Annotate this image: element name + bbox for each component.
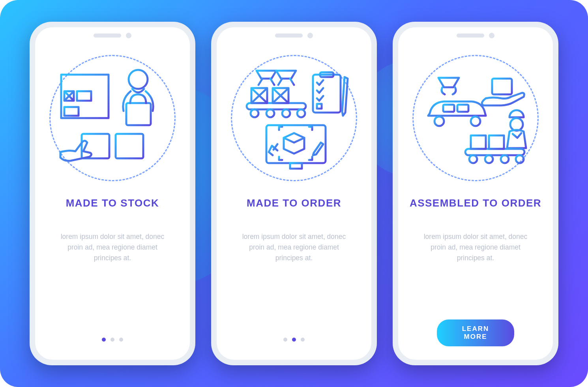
onboarding-body: lorem ipsum dolor sit amet, donec proin … <box>35 231 190 263</box>
page-indicator <box>283 338 305 342</box>
svg-point-64 <box>485 155 493 163</box>
phone-screen[interactable]: MADE TO ORDER lorem ipsum dolor sit amet… <box>217 27 371 360</box>
pager-dot[interactable] <box>301 338 305 342</box>
phone-screen[interactable]: ASSEMBLED TO ORDER lorem ipsum dolor sit… <box>398 27 553 360</box>
cta-wrap: LEARN MORE <box>437 319 514 346</box>
svg-rect-40 <box>317 104 322 109</box>
svg-rect-7 <box>64 107 79 116</box>
pager-dot[interactable] <box>119 338 123 342</box>
svg-line-21 <box>270 79 274 85</box>
svg-rect-53 <box>457 105 468 112</box>
dashed-circle <box>231 55 357 181</box>
illustration-slot <box>227 51 361 185</box>
svg-rect-6 <box>77 91 91 101</box>
assembled-to-order-icon <box>416 59 535 177</box>
pager-dot[interactable] <box>110 338 114 342</box>
dashed-circle <box>49 55 176 181</box>
camera-icon <box>307 33 313 38</box>
svg-rect-11 <box>126 103 151 125</box>
page-indicator <box>102 338 123 342</box>
svg-point-65 <box>501 155 509 163</box>
phone-screen[interactable]: MADE TO STOCK lorem ipsum dolor sit amet… <box>35 27 190 360</box>
svg-point-28 <box>297 109 305 117</box>
svg-rect-52 <box>443 105 454 112</box>
made-to-stock-icon <box>53 59 172 177</box>
speaker-icon <box>275 34 303 38</box>
phone-notch <box>275 33 313 38</box>
svg-line-22 <box>278 79 282 85</box>
speaker-icon <box>457 34 484 38</box>
camera-icon <box>489 33 494 38</box>
svg-point-10 <box>129 70 148 89</box>
camera-icon <box>126 33 131 38</box>
speaker-icon <box>94 34 121 38</box>
pager-dot[interactable] <box>283 338 287 342</box>
phone-notch <box>94 33 131 38</box>
illustration-slot <box>45 51 180 185</box>
onboarding-heading: ASSEMBLED TO ORDER <box>410 197 541 209</box>
learn-more-button[interactable]: LEARN MORE <box>437 319 514 346</box>
svg-rect-48 <box>492 79 512 94</box>
pager-dot[interactable] <box>292 338 296 342</box>
onboarding-body: lorem ipsum dolor sit amet, donec proin … <box>398 231 553 263</box>
dashed-circle <box>412 55 539 181</box>
svg-point-63 <box>469 155 477 163</box>
svg-point-27 <box>282 109 290 117</box>
svg-point-25 <box>251 109 258 117</box>
svg-point-61 <box>510 118 523 131</box>
svg-line-20 <box>258 79 262 85</box>
svg-point-66 <box>516 155 524 163</box>
svg-rect-16 <box>116 134 143 158</box>
phone-frame: ASSEMBLED TO ORDER lorem ipsum dolor sit… <box>393 22 558 365</box>
onboarding-heading: MADE TO STOCK <box>66 197 159 209</box>
pager-dot[interactable] <box>102 338 106 342</box>
svg-point-54 <box>434 116 444 126</box>
onboarding-heading: MADE TO ORDER <box>247 197 341 209</box>
phone-notch <box>457 33 494 38</box>
stage-background: MADE TO STOCK lorem ipsum dolor sit amet… <box>0 0 588 387</box>
svg-line-23 <box>290 79 294 85</box>
illustration-slot <box>408 51 543 185</box>
svg-rect-43 <box>290 163 302 169</box>
phone-frame: MADE TO STOCK lorem ipsum dolor sit amet… <box>30 22 195 365</box>
onboarding-body: lorem ipsum dolor sit amet, donec proin … <box>217 231 371 263</box>
phone-row: MADE TO STOCK lorem ipsum dolor sit amet… <box>0 0 588 387</box>
svg-point-26 <box>266 109 274 117</box>
svg-point-55 <box>471 116 480 126</box>
svg-rect-42 <box>266 125 326 163</box>
made-to-order-icon <box>235 59 353 177</box>
phone-frame: MADE TO ORDER lorem ipsum dolor sit amet… <box>211 22 377 365</box>
